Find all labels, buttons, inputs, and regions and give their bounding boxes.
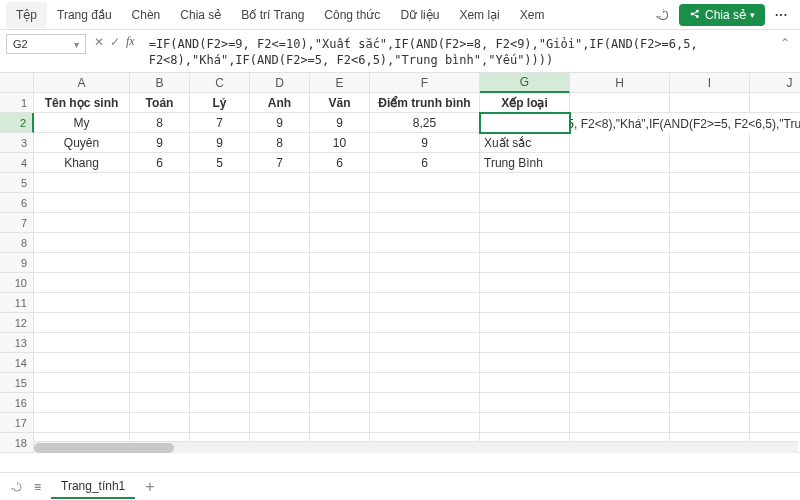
cell[interactable] [34, 213, 130, 233]
cell[interactable]: 7 [190, 113, 250, 133]
row-header[interactable]: 16 [0, 393, 34, 413]
cell[interactable] [750, 153, 800, 173]
cell[interactable]: Tên học sinh [34, 93, 130, 113]
cell[interactable] [250, 213, 310, 233]
cell[interactable] [190, 393, 250, 413]
cell[interactable] [670, 353, 750, 373]
cell[interactable]: Toán [130, 93, 190, 113]
cell[interactable] [480, 313, 570, 333]
cell[interactable]: Quyên [34, 133, 130, 153]
cell[interactable]: 10 [310, 133, 370, 153]
cell[interactable] [130, 213, 190, 233]
row-header[interactable]: 14 [0, 353, 34, 373]
column-header[interactable]: I [670, 73, 750, 93]
menu-insert[interactable]: Chèn [122, 2, 171, 28]
cell[interactable] [310, 193, 370, 213]
cell[interactable] [370, 273, 480, 293]
menu-review[interactable]: Xem lại [449, 2, 509, 28]
cell[interactable] [570, 193, 670, 213]
cell[interactable] [190, 333, 250, 353]
cell[interactable] [370, 233, 480, 253]
cell[interactable] [130, 373, 190, 393]
cell[interactable] [250, 253, 310, 273]
cell[interactable] [750, 333, 800, 353]
cell[interactable] [310, 293, 370, 313]
cell[interactable] [750, 273, 800, 293]
scrollbar-thumb[interactable] [34, 443, 174, 453]
cell[interactable] [190, 313, 250, 333]
cell[interactable] [570, 213, 670, 233]
cell[interactable] [570, 293, 670, 313]
cell[interactable] [670, 173, 750, 193]
active-cell[interactable] [480, 113, 570, 133]
cell[interactable] [34, 313, 130, 333]
row-header[interactable]: 2 [0, 113, 34, 133]
sheet-tab[interactable]: Trang_tính1 [51, 475, 135, 499]
cell[interactable] [250, 193, 310, 213]
cell[interactable] [670, 273, 750, 293]
cell[interactable] [130, 173, 190, 193]
column-header[interactable]: C [190, 73, 250, 93]
cell[interactable]: 5 [190, 153, 250, 173]
cell[interactable] [130, 293, 190, 313]
cell[interactable]: Lý [190, 93, 250, 113]
menu-page-layout[interactable]: Bố trí Trang [231, 2, 314, 28]
cell[interactable]: Trung Bình [480, 153, 570, 173]
cell[interactable] [750, 393, 800, 413]
column-header[interactable]: A [34, 73, 130, 93]
cell[interactable] [480, 393, 570, 413]
row-header[interactable]: 8 [0, 233, 34, 253]
cell[interactable] [480, 233, 570, 253]
cell[interactable] [34, 173, 130, 193]
cell[interactable] [130, 193, 190, 213]
column-header[interactable]: B [130, 73, 190, 93]
cell[interactable] [130, 313, 190, 333]
cell[interactable] [310, 413, 370, 433]
cell[interactable] [34, 393, 130, 413]
menu-data[interactable]: Dữ liệu [390, 2, 449, 28]
cell[interactable] [670, 153, 750, 173]
cell[interactable]: 8 [250, 133, 310, 153]
cell[interactable] [190, 173, 250, 193]
cell[interactable] [750, 293, 800, 313]
cell[interactable] [34, 273, 130, 293]
cell[interactable]: 9 [370, 133, 480, 153]
add-sheet-button[interactable]: + [145, 478, 154, 496]
cell[interactable]: 9 [310, 113, 370, 133]
cell[interactable] [190, 273, 250, 293]
cell[interactable] [750, 313, 800, 333]
cell[interactable]: 9 [190, 133, 250, 153]
more-button[interactable]: ··· [769, 4, 794, 26]
cell[interactable] [480, 193, 570, 213]
cell[interactable] [130, 253, 190, 273]
cell[interactable]: 6 [130, 153, 190, 173]
row-header[interactable]: 9 [0, 253, 34, 273]
cell[interactable] [310, 253, 370, 273]
column-header[interactable]: F [370, 73, 480, 93]
cell[interactable] [370, 193, 480, 213]
cell[interactable] [570, 133, 670, 153]
cell[interactable] [34, 333, 130, 353]
row-header[interactable]: 12 [0, 313, 34, 333]
cell[interactable] [190, 213, 250, 233]
cell[interactable] [370, 353, 480, 373]
column-header[interactable]: J [750, 73, 800, 93]
cell[interactable] [250, 273, 310, 293]
cell[interactable] [190, 413, 250, 433]
cell[interactable] [670, 253, 750, 273]
cell[interactable] [130, 273, 190, 293]
cell[interactable]: Văn [310, 93, 370, 113]
row-header[interactable]: 3 [0, 133, 34, 153]
row-header[interactable]: 1 [0, 93, 34, 113]
cell[interactable] [480, 353, 570, 373]
cell[interactable] [480, 373, 570, 393]
spreadsheet-grid[interactable]: ABCDEFGHIJ1Tên học sinhToánLýAnhVănĐiểm … [0, 73, 800, 453]
row-header[interactable]: 10 [0, 273, 34, 293]
cell[interactable] [250, 333, 310, 353]
cell[interactable] [370, 333, 480, 353]
cell[interactable] [750, 93, 800, 113]
cell[interactable] [250, 353, 310, 373]
cell[interactable] [190, 253, 250, 273]
cell[interactable] [570, 413, 670, 433]
cell[interactable] [34, 353, 130, 373]
